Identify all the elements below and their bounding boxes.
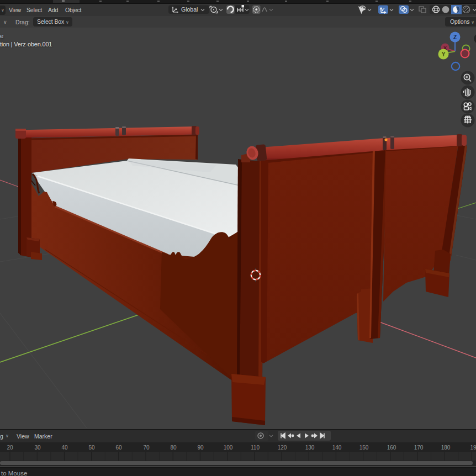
svg-text:Global: Global xyxy=(181,6,198,13)
svg-text:Y: Y xyxy=(442,51,446,57)
svg-text:Z: Z xyxy=(453,34,457,40)
